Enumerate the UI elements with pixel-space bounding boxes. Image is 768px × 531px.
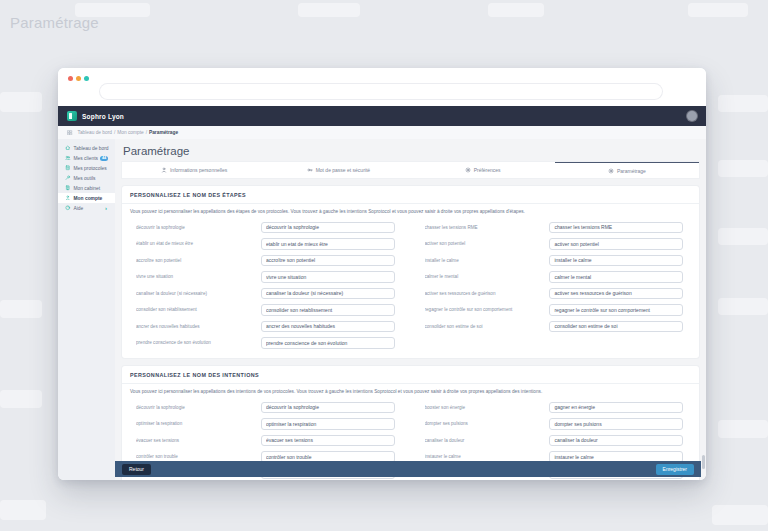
key-icon: [307, 167, 313, 173]
sidebar-item-label: Mes clients: [74, 156, 98, 161]
background-block: [718, 298, 768, 315]
form-row: chasser les tensions RME: [425, 219, 684, 236]
apps-grid-icon[interactable]: [67, 130, 73, 136]
gear-icon: [465, 167, 471, 173]
field-label: booster son énergie: [425, 405, 550, 410]
input-consolider-son-retablissement[interactable]: [261, 304, 395, 316]
close-window-icon[interactable]: [68, 76, 73, 81]
traffic-lights: [68, 76, 89, 81]
sidebar-item-mes-outils[interactable]: Mes outils: [58, 173, 115, 183]
tab-parametrage[interactable]: Paramétrage: [555, 162, 699, 178]
field-label: dompter ses pulsions: [425, 421, 550, 426]
sidebar-item-mon-cabinet[interactable]: Mon cabinet: [58, 183, 115, 193]
background-block: [718, 228, 768, 245]
sidebar-item-mes-clients[interactable]: Mes clients 44: [58, 153, 115, 163]
maximize-window-icon[interactable]: [84, 76, 89, 81]
field-label: canaliser la douleur: [425, 438, 550, 443]
input-decouvrir-la-sophrologie[interactable]: [261, 222, 395, 234]
background-block: [718, 420, 768, 438]
app-navbar: Sophro Lyon: [58, 106, 706, 126]
footer-bar: Retour Enregistrer: [115, 461, 701, 477]
input-dompter-ses-pulsions[interactable]: [549, 418, 683, 430]
address-bar[interactable]: [100, 84, 662, 99]
input-chasser-les-tensions-rme[interactable]: [549, 222, 683, 234]
field-label: activer son potentiel: [425, 241, 550, 246]
input-activer-son-potentiel[interactable]: [549, 238, 683, 250]
input-vivre-une-situation[interactable]: [261, 271, 395, 283]
tab-bar: Informations personnelles Mot de passe e…: [122, 162, 699, 178]
background-block: [0, 92, 42, 112]
field-label: activer ses ressources de guérison: [425, 291, 550, 296]
field-label: instaurer le calme: [425, 454, 550, 459]
input-optimiser-la-respiration[interactable]: [261, 418, 395, 430]
input-canaliser-la-douleur-si-necessaire[interactable]: [261, 288, 395, 300]
tab-label: Préférences: [474, 167, 501, 173]
settings-card: PERSONNALISEZ LE NOM DES ÉTAPES Vous pou…: [122, 186, 699, 358]
breadcrumb-mon-compte[interactable]: Mon compte: [117, 130, 143, 135]
sidebar-item-label: Aide: [74, 206, 84, 211]
input-activer-ses-ressources-de-guerison[interactable]: [549, 288, 683, 300]
count-badge: 44: [100, 156, 108, 161]
tab-informations-personnelles[interactable]: Informations personnelles: [122, 162, 266, 178]
form-row: découvrir la sophrologie: [136, 219, 395, 236]
background-block: [688, 3, 748, 17]
section-description: Vous pouvez ici personnaliser les appell…: [122, 204, 699, 217]
tab-label: Informations personnelles: [170, 167, 227, 173]
form-row: installer le calme: [425, 252, 684, 269]
form-row: découvrir la sophrologie: [136, 399, 395, 416]
input-etablir-un-etat-de-mieux-etre[interactable]: [261, 238, 395, 250]
background-block: [718, 160, 768, 177]
sidebar-item-tableau-de-bord[interactable]: Tableau de bord: [58, 143, 115, 153]
sidebar-item-mon-compte[interactable]: Mon compte: [58, 193, 115, 203]
form-row: consolider son rétablissement: [136, 302, 395, 319]
background-block: [0, 300, 42, 318]
input-accroitre-son-potentiel[interactable]: [261, 255, 395, 267]
user-icon: [161, 167, 167, 173]
form-row: canaliser la douleur: [425, 432, 684, 449]
scrollbar[interactable]: [701, 139, 705, 477]
background-block: [75, 3, 150, 17]
help-icon: ?: [65, 205, 71, 211]
user-avatar[interactable]: [687, 111, 697, 121]
app-body: Tableau de bord Mes clients 44 Mes proto…: [58, 139, 706, 480]
main-content: Paramétrage Informations personnelles Mo…: [115, 139, 706, 480]
form-row: dompter ses pulsions: [425, 416, 684, 433]
tab-label: Paramétrage: [617, 168, 646, 174]
field-label: installer le calme: [425, 258, 550, 263]
input-booster-son-energie[interactable]: [549, 402, 683, 414]
field-label: chasser les tensions RME: [425, 225, 550, 230]
input-consolider-son-estime-de-soi[interactable]: [549, 321, 683, 333]
field-label: découvrir la sophrologie: [136, 405, 261, 410]
input-calmer-le-mental[interactable]: [549, 271, 683, 283]
section-title: PERSONNALISEZ LE NOM DES ÉTAPES: [122, 186, 699, 204]
input-prendre-conscience-de-son-evolution[interactable]: [261, 337, 395, 349]
sidebar-item-aide[interactable]: ? Aide ›: [58, 203, 115, 213]
input-regagner-le-controle-sur-son-comportement[interactable]: [549, 304, 683, 316]
input-decouvrir-la-sophrologie[interactable]: [261, 402, 395, 414]
back-button[interactable]: Retour: [122, 464, 151, 475]
scrollbar-thumb[interactable]: [702, 455, 705, 469]
building-icon: [65, 185, 71, 191]
save-button[interactable]: Enregistrer: [656, 464, 694, 475]
section-description: Vous pouvez ici personnaliser les appell…: [122, 384, 699, 397]
clipboard-icon: [65, 165, 71, 171]
minimize-window-icon[interactable]: [76, 76, 81, 81]
form-row: prendre conscience de son évolution: [136, 335, 395, 352]
breadcrumb-tableau-de-bord[interactable]: Tableau de bord: [78, 130, 112, 135]
input-canaliser-la-douleur[interactable]: [549, 435, 683, 447]
input-installer-le-calme[interactable]: [549, 255, 683, 267]
field-label: consolider son estime de soi: [425, 324, 550, 329]
sidebar-item-label: Mes protocoles: [74, 166, 107, 171]
background-block: [0, 500, 46, 520]
breadcrumb-separator: /: [114, 130, 115, 135]
sidebar: Tableau de bord Mes clients 44 Mes proto…: [58, 139, 115, 480]
tab-preferences[interactable]: Préférences: [411, 162, 555, 178]
background-block: [718, 95, 768, 112]
field-label: regagner le contrôle sur son comportemen…: [425, 307, 550, 312]
form-row: regagner le contrôle sur son comportemen…: [425, 302, 684, 319]
input-evacuer-ses-tensions[interactable]: [261, 435, 395, 447]
sidebar-item-mes-protocoles[interactable]: Mes protocoles: [58, 163, 115, 173]
tools-icon: [65, 175, 71, 181]
input-ancrer-des-nouvelles-habitudes[interactable]: [261, 321, 395, 333]
tab-mot-de-passe-et-securite[interactable]: Mot de passe et sécurité: [266, 162, 410, 178]
